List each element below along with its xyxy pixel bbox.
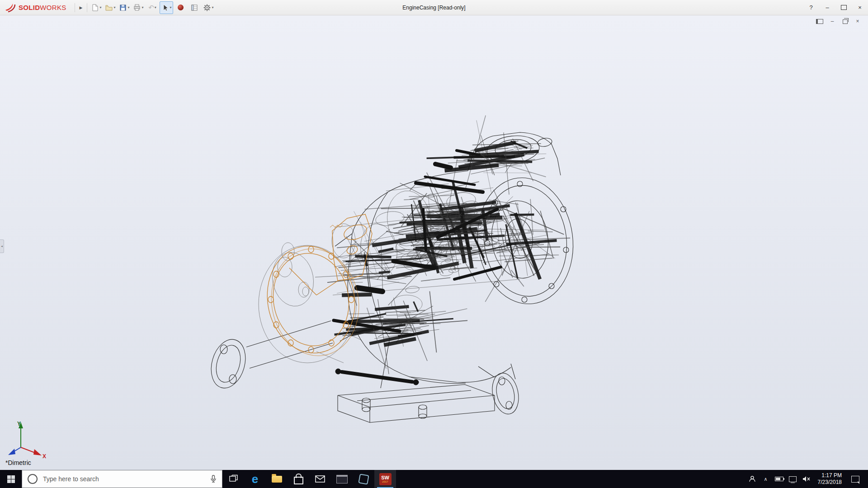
mail-envelope-icon (315, 475, 325, 483)
triad-y-label: Y (17, 421, 21, 427)
store-bag-icon (294, 477, 303, 484)
print-icon (133, 4, 141, 12)
clock-date: 7/23/2018 (818, 479, 842, 486)
battery-icon (775, 477, 783, 481)
dassault-logo-icon (5, 3, 16, 13)
search-placeholder: Type here to search (43, 475, 99, 483)
action-center-button[interactable] (846, 476, 864, 483)
open-folder-icon (105, 4, 113, 12)
orientation-triad: Y X (6, 419, 49, 461)
microphone-icon[interactable] (210, 474, 217, 483)
window-controls: ? – × (803, 0, 868, 15)
network-button[interactable] (786, 470, 800, 488)
windows-logo-icon (7, 475, 15, 483)
dropdown-caret-icon[interactable]: ▾ (99, 5, 101, 9)
cube-icon (358, 474, 369, 484)
new-document-button[interactable]: ▾ (90, 1, 103, 14)
windows-taskbar: Type here to search e SW 2017 (0, 470, 868, 488)
clock[interactable]: 1:17 PM 7/23/2018 (813, 472, 846, 486)
maximize-button[interactable] (835, 0, 852, 15)
clock-time: 1:17 PM (821, 472, 842, 479)
edge-icon: e (252, 473, 258, 485)
brand-text-works: WORKS (40, 4, 66, 11)
people-button[interactable] (745, 470, 759, 488)
file-explorer-button[interactable] (266, 470, 288, 488)
select-cursor-icon (161, 4, 169, 12)
doc-minimize-button[interactable]: – (827, 17, 837, 25)
maximize-icon (841, 5, 847, 10)
doc-close-button[interactable]: × (853, 17, 863, 25)
graphics-viewport[interactable]: – × ◂ (0, 15, 868, 470)
panel-icon (816, 19, 823, 24)
tray-overflow-button[interactable]: ∧ (759, 470, 773, 488)
solidworks-logo: SOLIDWORKS (5, 3, 72, 13)
restore-icon (843, 19, 848, 24)
taskbar-search-input[interactable]: Type here to search (22, 470, 222, 488)
options-button[interactable]: ▾ (202, 1, 215, 14)
save-icon (119, 4, 127, 12)
print-button[interactable]: ▾ (132, 1, 145, 14)
system-tray: ∧ 1:17 PM 7/23/2018 (745, 470, 868, 488)
terminal-button[interactable] (331, 470, 353, 488)
dropdown-caret-icon[interactable]: ▾ (142, 5, 143, 9)
minimize-button[interactable]: – (819, 0, 835, 15)
task-view-icon (229, 474, 238, 483)
dropdown-caret-icon[interactable]: ▾ (113, 5, 115, 9)
brand-text-solid: SOLID (19, 4, 40, 11)
chevron-up-icon: ∧ (764, 476, 768, 482)
gear-icon (203, 4, 211, 12)
task-pane-icon (190, 4, 198, 12)
dropdown-caret-icon[interactable]: ▾ (155, 5, 156, 9)
divider (87, 3, 87, 12)
screen: { "app": { "brand_solid": "SOLID", "bran… (0, 0, 868, 488)
doc-restore-button[interactable] (840, 17, 850, 25)
toolbar: ▾ ▾ ▾ ▾ ↶ ▾ (90, 1, 215, 14)
help-button[interactable]: ? (803, 0, 819, 15)
window-title: EngineCasing [Read-only] (402, 5, 465, 11)
view-orientation-label: *Dimetric (5, 459, 31, 466)
red-sphere-icon (178, 5, 184, 10)
notification-icon (851, 476, 859, 483)
document-window-controls: – × (815, 17, 863, 25)
divider (75, 3, 75, 12)
viewer-app-button[interactable] (353, 470, 374, 488)
terminal-icon (336, 475, 348, 483)
cortana-circle-icon (28, 474, 38, 484)
store-button[interactable] (288, 470, 309, 488)
toolbar-expand-button[interactable]: ▶ (77, 3, 85, 13)
start-button[interactable] (0, 470, 22, 488)
solidworks-app-icon: SW 2017 (379, 473, 392, 485)
volume-button[interactable] (800, 470, 813, 488)
select-tool-button[interactable]: ▾ (160, 1, 173, 14)
dropdown-caret-icon[interactable]: ▾ (170, 5, 171, 9)
speaker-mute-icon (802, 476, 811, 482)
dropdown-caret-icon[interactable]: ▾ (127, 5, 129, 9)
engine-casing-wireframe-model[interactable] (0, 15, 868, 470)
save-button[interactable]: ▾ (118, 1, 131, 14)
title-bar: SOLIDWORKS ▶ ▾ ▾ ▾ (0, 0, 868, 15)
edge-button[interactable]: e (244, 470, 266, 488)
close-button[interactable]: × (852, 0, 868, 15)
new-document-icon (91, 4, 99, 12)
dropdown-caret-icon[interactable]: ▾ (212, 5, 213, 9)
battery-button[interactable] (773, 470, 786, 488)
undo-button[interactable]: ↶ ▾ (146, 1, 159, 14)
solidworks-taskbar-button[interactable]: SW 2017 (374, 470, 396, 488)
people-icon (749, 475, 756, 483)
display-sphere-button[interactable] (174, 1, 187, 14)
folder-icon (272, 476, 282, 483)
open-button[interactable]: ▾ (104, 1, 117, 14)
doc-panel-button[interactable] (815, 17, 825, 25)
undo-icon: ↶ (148, 4, 154, 12)
task-view-button[interactable] (222, 470, 244, 488)
triad-x-label: X (42, 453, 46, 460)
task-pane-button[interactable] (188, 1, 201, 14)
mail-button[interactable] (309, 470, 331, 488)
network-icon (789, 476, 797, 482)
